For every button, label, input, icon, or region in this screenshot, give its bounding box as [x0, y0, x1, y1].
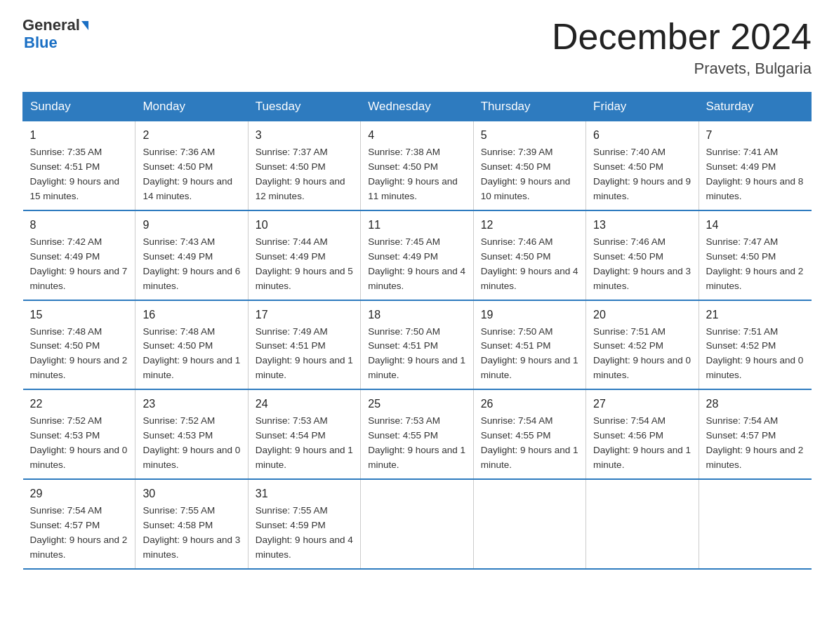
calendar-week-row: 29 Sunrise: 7:54 AM Sunset: 4:57 PM Dayl…	[23, 479, 812, 569]
day-number: 6	[593, 127, 691, 144]
logo: General Blue	[22, 17, 88, 52]
calendar-cell: 18 Sunrise: 7:50 AM Sunset: 4:51 PM Dayl…	[361, 300, 473, 390]
calendar-cell: 7 Sunrise: 7:41 AM Sunset: 4:49 PM Dayli…	[699, 121, 811, 210]
calendar-cell: 31 Sunrise: 7:55 AM Sunset: 4:59 PM Dayl…	[248, 479, 360, 569]
day-number: 18	[368, 307, 465, 323]
month-title: December 2024	[552, 17, 812, 57]
calendar-cell: 8 Sunrise: 7:42 AM Sunset: 4:49 PM Dayli…	[23, 210, 135, 300]
day-number: 4	[368, 127, 465, 144]
cell-content: Sunrise: 7:53 AM Sunset: 4:54 PM Dayligh…	[256, 414, 353, 473]
calendar-cell: 11 Sunrise: 7:45 AM Sunset: 4:49 PM Dayl…	[361, 210, 473, 300]
day-number: 10	[256, 217, 353, 234]
day-number: 27	[593, 396, 691, 412]
cell-content: Sunrise: 7:55 AM Sunset: 4:58 PM Dayligh…	[143, 504, 240, 563]
col-thursday: Thursday	[473, 93, 585, 121]
col-saturday: Saturday	[699, 93, 811, 121]
calendar-cell: 26 Sunrise: 7:54 AM Sunset: 4:55 PM Dayl…	[473, 389, 585, 479]
calendar-cell: 13 Sunrise: 7:46 AM Sunset: 4:50 PM Dayl…	[586, 210, 699, 300]
calendar-table: Sunday Monday Tuesday Wednesday Thursday…	[22, 92, 812, 569]
calendar-cell: 20 Sunrise: 7:51 AM Sunset: 4:52 PM Dayl…	[586, 300, 699, 390]
calendar-cell: 14 Sunrise: 7:47 AM Sunset: 4:50 PM Dayl…	[699, 210, 811, 300]
calendar-cell: 24 Sunrise: 7:53 AM Sunset: 4:54 PM Dayl…	[248, 389, 360, 479]
day-number: 11	[368, 217, 465, 234]
cell-content: Sunrise: 7:51 AM Sunset: 4:52 PM Dayligh…	[593, 325, 691, 384]
calendar-cell: 4 Sunrise: 7:38 AM Sunset: 4:50 PM Dayli…	[361, 121, 473, 210]
cell-content: Sunrise: 7:46 AM Sunset: 4:50 PM Dayligh…	[481, 235, 578, 294]
col-wednesday: Wednesday	[361, 93, 473, 121]
col-sunday: Sunday	[23, 93, 135, 121]
day-number: 7	[706, 127, 805, 144]
cell-content: Sunrise: 7:46 AM Sunset: 4:50 PM Dayligh…	[593, 235, 691, 294]
day-number: 20	[593, 307, 691, 323]
calendar-cell: 22 Sunrise: 7:52 AM Sunset: 4:53 PM Dayl…	[23, 389, 135, 479]
col-friday: Friday	[586, 93, 699, 121]
day-number: 22	[30, 396, 128, 412]
calendar-week-row: 8 Sunrise: 7:42 AM Sunset: 4:49 PM Dayli…	[23, 210, 812, 300]
cell-content: Sunrise: 7:37 AM Sunset: 4:50 PM Dayligh…	[256, 145, 353, 204]
calendar-week-row: 15 Sunrise: 7:48 AM Sunset: 4:50 PM Dayl…	[23, 300, 812, 390]
day-number: 17	[256, 307, 353, 323]
logo-general: General	[22, 17, 80, 34]
cell-content: Sunrise: 7:45 AM Sunset: 4:49 PM Dayligh…	[368, 235, 465, 294]
calendar-cell: 17 Sunrise: 7:49 AM Sunset: 4:51 PM Dayl…	[248, 300, 360, 390]
calendar-cell	[473, 479, 585, 569]
calendar-cell: 3 Sunrise: 7:37 AM Sunset: 4:50 PM Dayli…	[248, 121, 360, 210]
day-number: 5	[481, 127, 578, 144]
cell-content: Sunrise: 7:42 AM Sunset: 4:49 PM Dayligh…	[30, 235, 128, 294]
calendar-header: Sunday Monday Tuesday Wednesday Thursday…	[23, 93, 812, 121]
cell-content: Sunrise: 7:35 AM Sunset: 4:51 PM Dayligh…	[30, 145, 128, 204]
calendar-cell	[586, 479, 699, 569]
cell-content: Sunrise: 7:54 AM Sunset: 4:57 PM Dayligh…	[706, 414, 805, 473]
cell-content: Sunrise: 7:52 AM Sunset: 4:53 PM Dayligh…	[143, 414, 240, 473]
cell-content: Sunrise: 7:44 AM Sunset: 4:49 PM Dayligh…	[256, 235, 353, 294]
calendar-cell: 6 Sunrise: 7:40 AM Sunset: 4:50 PM Dayli…	[586, 121, 699, 210]
location-subtitle: Pravets, Bulgaria	[552, 60, 812, 78]
day-number: 30	[143, 485, 240, 502]
calendar-cell: 27 Sunrise: 7:54 AM Sunset: 4:56 PM Dayl…	[586, 389, 699, 479]
day-number: 16	[143, 307, 240, 323]
days-of-week-row: Sunday Monday Tuesday Wednesday Thursday…	[23, 93, 812, 121]
calendar-cell: 19 Sunrise: 7:50 AM Sunset: 4:51 PM Dayl…	[473, 300, 585, 390]
day-number: 25	[368, 396, 465, 412]
page-header: General Blue December 2024 Pravets, Bulg…	[22, 17, 812, 78]
calendar-cell: 16 Sunrise: 7:48 AM Sunset: 4:50 PM Dayl…	[135, 300, 248, 390]
cell-content: Sunrise: 7:54 AM Sunset: 4:57 PM Dayligh…	[30, 504, 128, 563]
day-number: 26	[481, 396, 578, 412]
day-number: 8	[30, 217, 128, 234]
day-number: 15	[30, 307, 128, 323]
cell-content: Sunrise: 7:39 AM Sunset: 4:50 PM Dayligh…	[481, 145, 578, 204]
day-number: 2	[143, 127, 240, 144]
calendar-cell: 28 Sunrise: 7:54 AM Sunset: 4:57 PM Dayl…	[699, 389, 811, 479]
calendar-cell: 15 Sunrise: 7:48 AM Sunset: 4:50 PM Dayl…	[23, 300, 135, 390]
calendar-cell: 9 Sunrise: 7:43 AM Sunset: 4:49 PM Dayli…	[135, 210, 248, 300]
cell-content: Sunrise: 7:38 AM Sunset: 4:50 PM Dayligh…	[368, 145, 465, 204]
day-number: 23	[143, 396, 240, 412]
cell-content: Sunrise: 7:48 AM Sunset: 4:50 PM Dayligh…	[143, 325, 240, 384]
calendar-week-row: 22 Sunrise: 7:52 AM Sunset: 4:53 PM Dayl…	[23, 389, 812, 479]
calendar-cell: 23 Sunrise: 7:52 AM Sunset: 4:53 PM Dayl…	[135, 389, 248, 479]
day-number: 28	[706, 396, 805, 412]
logo-blue: Blue	[24, 34, 58, 52]
calendar-cell	[361, 479, 473, 569]
calendar-cell: 12 Sunrise: 7:46 AM Sunset: 4:50 PM Dayl…	[473, 210, 585, 300]
cell-content: Sunrise: 7:50 AM Sunset: 4:51 PM Dayligh…	[481, 325, 578, 384]
calendar-cell: 1 Sunrise: 7:35 AM Sunset: 4:51 PM Dayli…	[23, 121, 135, 210]
cell-content: Sunrise: 7:52 AM Sunset: 4:53 PM Dayligh…	[30, 414, 128, 473]
cell-content: Sunrise: 7:48 AM Sunset: 4:50 PM Dayligh…	[30, 325, 128, 384]
cell-content: Sunrise: 7:55 AM Sunset: 4:59 PM Dayligh…	[256, 504, 353, 563]
cell-content: Sunrise: 7:43 AM Sunset: 4:49 PM Dayligh…	[143, 235, 240, 294]
day-number: 12	[481, 217, 578, 234]
day-number: 21	[706, 307, 805, 323]
cell-content: Sunrise: 7:40 AM Sunset: 4:50 PM Dayligh…	[593, 145, 691, 204]
cell-content: Sunrise: 7:53 AM Sunset: 4:55 PM Dayligh…	[368, 414, 465, 473]
day-number: 24	[256, 396, 353, 412]
day-number: 9	[143, 217, 240, 234]
cell-content: Sunrise: 7:51 AM Sunset: 4:52 PM Dayligh…	[706, 325, 805, 384]
logo-arrow-icon	[81, 21, 88, 30]
day-number: 29	[30, 485, 128, 502]
day-number: 3	[256, 127, 353, 144]
calendar-cell: 29 Sunrise: 7:54 AM Sunset: 4:57 PM Dayl…	[23, 479, 135, 569]
calendar-cell: 2 Sunrise: 7:36 AM Sunset: 4:50 PM Dayli…	[135, 121, 248, 210]
cell-content: Sunrise: 7:50 AM Sunset: 4:51 PM Dayligh…	[368, 325, 465, 384]
calendar-cell: 21 Sunrise: 7:51 AM Sunset: 4:52 PM Dayl…	[699, 300, 811, 390]
